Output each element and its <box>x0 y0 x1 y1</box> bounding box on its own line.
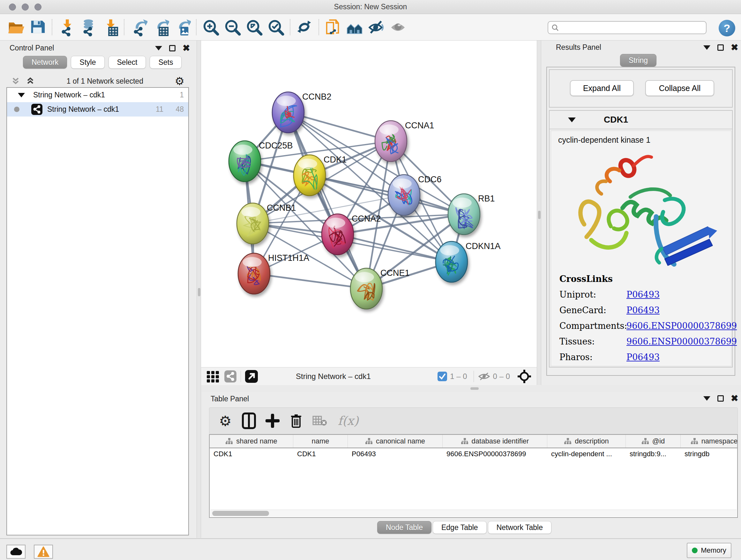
tab-network[interactable]: Network <box>23 56 67 69</box>
control-panel-collapse-icon[interactable] <box>155 46 162 51</box>
network-node-CDC25B[interactable]: CDC25B <box>229 141 293 182</box>
network-view-title: String Network – cdk1 <box>296 372 371 381</box>
tab-network-table[interactable]: Network Table <box>488 521 551 534</box>
column-header-description[interactable]: description <box>547 435 626 448</box>
crosslink-link[interactable]: P06493 <box>626 305 660 315</box>
table-horizontal-scrollbar[interactable] <box>210 509 737 516</box>
export-network-button[interactable] <box>129 18 148 37</box>
column-header-canonical-name[interactable]: canonical name <box>348 435 443 448</box>
node-section-header[interactable]: CDK1 <box>549 111 732 129</box>
expand-all-button[interactable]: Expand All <box>570 80 634 96</box>
crosslink-link[interactable]: 9606.ENSP00000378699 <box>626 336 737 347</box>
warnings-button[interactable] <box>34 545 53 559</box>
table-cell[interactable]: CDK1 <box>293 448 348 460</box>
right-splitter[interactable] <box>537 41 541 385</box>
collapse-all-button[interactable]: Collapse All <box>645 80 714 96</box>
status-bar: Memory <box>0 538 741 560</box>
cloud-button[interactable] <box>6 545 25 559</box>
network-node-CCNB1[interactable]: CCNB1 <box>237 203 296 244</box>
protein-structure-image <box>564 150 720 271</box>
section-collapse-icon[interactable] <box>568 118 576 122</box>
string-panel-icon[interactable] <box>224 370 237 383</box>
table-cell[interactable]: 9606.ENSP00000378699 <box>443 448 547 460</box>
collapse-all-icon[interactable] <box>11 76 20 86</box>
export-table-button[interactable] <box>151 18 170 37</box>
zoom-selected-button[interactable] <box>266 18 285 37</box>
import-network-file-button[interactable] <box>57 18 76 37</box>
search-input[interactable] <box>562 23 706 32</box>
network-node-CDKN1A[interactable]: CDKN1A <box>435 241 501 282</box>
network-collection-row[interactable]: String Network – cdk1 1 <box>7 88 188 102</box>
crosslink-link[interactable]: P06493 <box>626 290 660 300</box>
table-panel-float-icon[interactable] <box>718 395 724 401</box>
network-node-CCNA2[interactable]: CCNA2 <box>322 214 381 255</box>
tab-edge-table[interactable]: Edge Table <box>433 521 487 534</box>
import-table-file-button[interactable] <box>100 18 119 37</box>
add-column-icon[interactable] <box>263 411 282 430</box>
table-panel-title: Table Panel <box>211 395 249 403</box>
table-panel-close-icon[interactable]: ✖ <box>731 395 738 401</box>
toggle-labels-button[interactable] <box>367 18 386 37</box>
zoom-fit-button[interactable] <box>245 18 263 37</box>
table-cell[interactable]: CDK1 <box>210 448 293 460</box>
clone-network-icon <box>324 18 342 37</box>
network-options-gear-icon[interactable]: ⚙ <box>175 76 185 86</box>
show-columns-icon[interactable] <box>239 411 259 430</box>
network-node-CDK1[interactable]: CDK1 <box>293 155 347 196</box>
help-button[interactable]: ? <box>719 20 735 37</box>
scrollbar-thumb[interactable] <box>212 511 269 516</box>
save-session-button[interactable] <box>28 18 47 37</box>
fit-selected-crosshair-icon[interactable] <box>517 369 532 384</box>
column-header-database-identifier[interactable]: database identifier <box>443 435 547 448</box>
detach-view-icon[interactable] <box>245 370 258 383</box>
memory-button[interactable]: Memory <box>687 543 731 558</box>
column-header-id[interactable]: @id <box>626 435 681 448</box>
column-header-name[interactable]: name <box>293 435 348 448</box>
crosslink-link[interactable]: P06493 <box>626 352 660 362</box>
column-header-shared-name[interactable]: shared name <box>210 435 293 448</box>
import-network-database-button[interactable] <box>79 18 97 37</box>
tab-node-table[interactable]: Node Table <box>377 521 431 534</box>
crosslink-link[interactable]: 9606.ENSP00000378699 <box>626 321 737 331</box>
network-canvas[interactable]: CCNB2CCNA1CDC25BCDK1CDC6RB1CCNB1CCNA2CDK… <box>201 41 537 367</box>
table-cell[interactable]: stringdb <box>681 448 738 460</box>
tab-select[interactable]: Select <box>109 56 146 69</box>
control-panel-close-icon[interactable]: ✖ <box>183 45 190 51</box>
network-row[interactable]: String Network – cdk1 11 48 <box>7 102 188 117</box>
horizontal-splitter[interactable] <box>201 385 741 392</box>
export-image-button[interactable] <box>173 18 191 37</box>
column-header-namespace[interactable]: namespace <box>681 435 738 448</box>
birds-eye-grid-icon[interactable] <box>206 370 219 383</box>
delete-column-trash-icon[interactable] <box>286 411 306 430</box>
table-cell[interactable]: P06493 <box>348 448 443 460</box>
edge-HIST1H1A-CCNE1[interactable] <box>254 273 366 289</box>
results-panel-close-icon[interactable]: ✖ <box>731 44 738 51</box>
table-row[interactable]: CDK1CDK1P064939606.ENSP00000378699cyclin… <box>210 448 738 460</box>
network-node-CCNE1[interactable]: CCNE1 <box>350 268 410 309</box>
table-panel-collapse-icon[interactable] <box>703 396 711 401</box>
collection-expand-icon[interactable] <box>18 93 25 98</box>
refresh-button[interactable] <box>295 18 314 37</box>
expand-all-icon[interactable] <box>25 76 35 86</box>
table-cell[interactable]: cyclin-dependent ... <box>547 448 626 460</box>
network-node-RB1[interactable]: RB1 <box>448 194 495 235</box>
selected-checkbox-icon[interactable] <box>437 371 448 381</box>
results-panel-collapse-icon[interactable] <box>703 45 711 50</box>
table-settings-gear-icon[interactable]: ⚙ <box>216 411 235 430</box>
left-splitter[interactable] <box>197 41 201 538</box>
tab-sets[interactable]: Sets <box>150 56 182 69</box>
clone-network-button[interactable] <box>324 18 342 37</box>
zoom-in-button[interactable] <box>201 18 220 37</box>
network-node-CCNB2[interactable]: CCNB2 <box>272 92 332 133</box>
hidden-eye-icon[interactable] <box>478 372 490 381</box>
zoom-out-button[interactable] <box>223 18 242 37</box>
table-cell[interactable]: stringdb:9... <box>626 448 681 460</box>
open-session-button[interactable] <box>7 18 25 37</box>
network-node-HIST1H1A[interactable]: HIST1H1A <box>238 253 309 294</box>
tab-string[interactable]: String <box>620 54 657 67</box>
tab-style[interactable]: Style <box>71 56 105 69</box>
results-panel-float-icon[interactable] <box>718 44 724 51</box>
string-homes-button[interactable] <box>346 18 364 37</box>
control-panel-float-icon[interactable] <box>169 45 176 51</box>
network-node-CDC6[interactable]: CDC6 <box>388 175 442 215</box>
